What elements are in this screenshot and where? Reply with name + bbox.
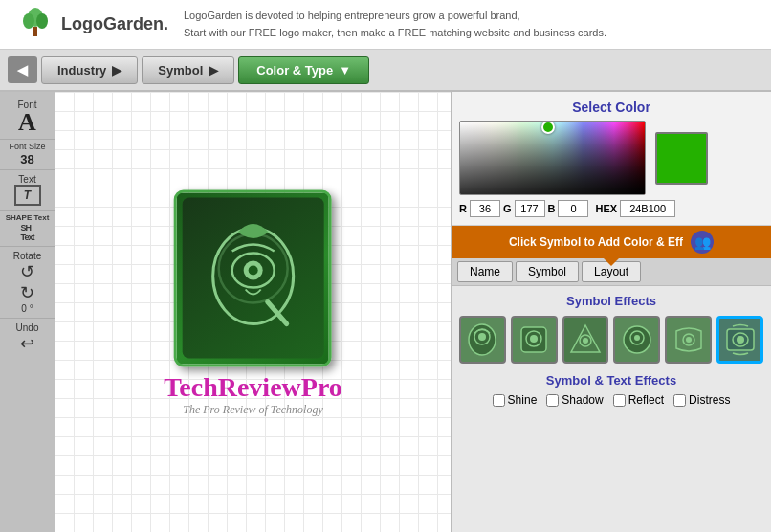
g-label: G — [503, 203, 512, 214]
nav-bar: ◀ Industry ▶ Symbol ▶ Color & Type ▼ — [0, 50, 771, 92]
svg-point-12 — [478, 333, 486, 341]
svg-point-15 — [530, 335, 538, 343]
color-picker-section: Select Color R — [452, 92, 771, 226]
b-label: B — [548, 203, 556, 214]
logo-image: LogoGarden. — [11, 6, 168, 44]
font-icon: A — [18, 110, 36, 135]
color-inputs-row: R G B HEX — [459, 200, 763, 217]
g-input[interactable] — [515, 200, 545, 217]
shine-label: Shine — [508, 393, 538, 407]
industry-button[interactable]: Industry ▶ — [41, 56, 138, 84]
tooltip-icon: 👥 — [691, 231, 714, 254]
color-type-arrow-icon: ▼ — [339, 63, 351, 78]
back-button[interactable]: ◀ — [8, 56, 37, 83]
svg-point-18 — [583, 338, 588, 344]
shape-text-label: SHAPE Text — [6, 214, 50, 223]
main-area: Font A Font Size 38 Text T SHAPE Text SH… — [0, 92, 771, 532]
rotate-label: Rotate — [13, 251, 41, 261]
sidebar-font[interactable]: Font A — [0, 96, 55, 140]
r-label: R — [459, 203, 467, 214]
industry-label: Industry — [57, 63, 106, 78]
sidebar-undo[interactable]: Undo ↩ — [0, 319, 55, 358]
canvas-area: TechReviewPro The Pro Review of Technolo… — [55, 92, 451, 532]
symbol-button[interactable]: Symbol ▶ — [142, 56, 234, 84]
color-marker — [541, 121, 555, 134]
sidebar-shape-text[interactable]: SHAPE Text SHText — [0, 211, 55, 247]
sidebar-font-size[interactable]: Font Size 38 — [0, 140, 55, 170]
svg-point-2 — [36, 13, 48, 29]
logo-symbol — [195, 211, 310, 345]
reflect-checkbox-label[interactable]: Reflect — [613, 393, 664, 407]
logo-text: LogoGarden. — [61, 14, 168, 34]
distress-checkbox[interactable] — [673, 394, 686, 407]
effect-icons-row — [459, 316, 763, 364]
sidebar-text[interactable]: Text T — [0, 170, 55, 211]
color-type-label: Color & Type — [256, 63, 333, 78]
tab-name[interactable]: Name — [457, 261, 513, 282]
font-size-value: 38 — [20, 152, 33, 166]
font-size-label: Font Size — [9, 143, 45, 152]
shine-checkbox[interactable] — [493, 394, 505, 407]
logo-preview: TechReviewPro The Pro Review of Technolo… — [164, 189, 342, 416]
effect-icon-4[interactable] — [613, 316, 660, 364]
b-input[interactable] — [558, 200, 588, 217]
tagline-line1: LogoGarden is devoted to helping entrepr… — [184, 10, 520, 21]
distress-checkbox-label[interactable]: Distress — [673, 393, 730, 407]
svg-rect-3 — [33, 27, 37, 36]
effect-icon-2[interactable] — [511, 316, 558, 364]
color-picker-title: Select Color — [459, 100, 763, 115]
shadow-label: Shadow — [562, 393, 603, 407]
r-input[interactable] — [470, 200, 500, 217]
tab-symbol[interactable]: Symbol — [516, 261, 579, 282]
logo-subtitle: The Pro Review of Technology — [183, 402, 322, 416]
text-icon: T — [14, 185, 41, 206]
rotate-ccw-icon[interactable]: ↺ — [20, 261, 34, 282]
text-label: Text — [18, 174, 35, 185]
svg-point-23 — [686, 337, 692, 343]
logo-area: LogoGarden. — [11, 6, 184, 44]
symbol-label: Symbol — [158, 63, 203, 78]
reflect-checkbox[interactable] — [613, 394, 626, 407]
industry-arrow-icon: ▶ — [112, 63, 121, 78]
color-preview — [655, 132, 708, 185]
distress-label: Distress — [689, 393, 730, 407]
reflect-label: Reflect — [628, 393, 664, 407]
shape-text-icon: SHText — [21, 223, 34, 242]
svg-point-7 — [248, 266, 257, 276]
symbol-effects-title: Symbol Effects — [459, 294, 763, 308]
sidebar-rotate[interactable]: Rotate ↺ ↻ 0 ° — [0, 247, 55, 319]
effect-icon-1[interactable] — [459, 316, 506, 364]
logo-title: TechReviewPro — [164, 371, 342, 402]
color-type-button[interactable]: Color & Type ▼ — [238, 56, 369, 84]
header: LogoGarden. LogoGarden is devoted to hel… — [0, 0, 771, 50]
color-gradient-picker[interactable] — [459, 121, 646, 195]
svg-point-26 — [737, 336, 744, 344]
text-effects-title: Symbol & Text Effects — [459, 373, 763, 388]
shine-checkbox-label[interactable]: Shine — [493, 393, 538, 407]
sidebar: Font A Font Size 38 Text T SHAPE Text SH… — [0, 92, 55, 532]
header-tagline: LogoGarden is devoted to helping entrepr… — [184, 8, 606, 41]
symbol-arrow-icon: ▶ — [209, 63, 218, 78]
tooltip-bar: Click Symbol to Add Color & Eff 👥 — [452, 226, 771, 258]
tooltip-text: Click Symbol to Add Color & Eff — [509, 235, 683, 249]
tagline-line2: Start with our FREE logo maker, then mak… — [184, 27, 606, 38]
hex-label: HEX — [595, 203, 617, 214]
logo-badge — [174, 189, 332, 366]
effect-icon-6[interactable] — [716, 316, 763, 364]
shadow-checkbox[interactable] — [546, 394, 559, 407]
shadow-checkbox-label[interactable]: Shadow — [546, 393, 603, 407]
rotate-cw-icon[interactable]: ↻ — [20, 282, 34, 303]
color-picker-row — [459, 121, 763, 195]
hex-input[interactable] — [620, 200, 675, 217]
undo-icon: ↩ — [20, 333, 34, 354]
right-panel: Select Color R — [451, 92, 771, 532]
undo-label: Undo — [16, 322, 39, 333]
rotate-value: 0 ° — [21, 303, 33, 314]
tooltip-arrow — [604, 258, 619, 266]
svg-point-1 — [23, 13, 34, 29]
svg-point-21 — [634, 335, 640, 341]
effects-checkboxes: Shine Shadow Reflect Distress — [459, 393, 763, 407]
effects-section: Symbol Effects — [452, 286, 771, 414]
effect-icon-5[interactable] — [665, 316, 712, 364]
effect-icon-3[interactable] — [562, 316, 609, 364]
